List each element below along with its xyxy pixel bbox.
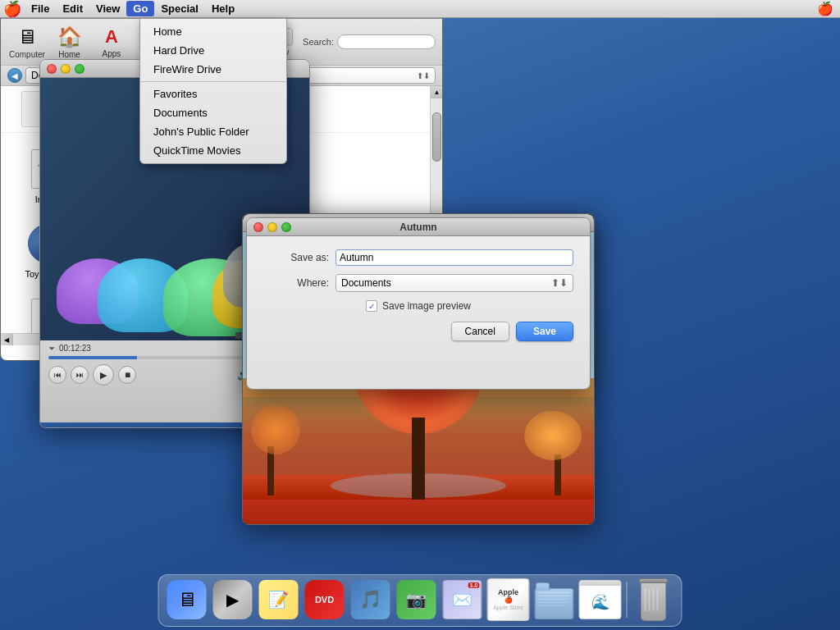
- qt-rewind-btn[interactable]: ⏮: [48, 366, 66, 384]
- dock-item-mail[interactable]: ✉️ 1.0: [441, 578, 484, 621]
- cancel-button[interactable]: Cancel: [451, 322, 509, 341]
- save-as-label: Save as:: [263, 252, 329, 263]
- go-menu-johns-folder[interactable]: John's Public Folder: [140, 122, 286, 141]
- qt-play-btn[interactable]: ▶: [93, 364, 114, 386]
- scrollbar-thumb[interactable]: [432, 112, 441, 162]
- save-maximize-btn[interactable]: [281, 222, 291, 232]
- qt-minimize-btn[interactable]: [61, 64, 71, 74]
- home-label: Home: [58, 50, 80, 59]
- save-dialog-buttons: Cancel Save: [263, 322, 573, 341]
- save-dialog: Autumn Save as: Where: Documents ⬆⬇ ✓ Sa…: [246, 217, 591, 390]
- save-titlebar: Autumn: [247, 218, 590, 236]
- menu-edit[interactable]: Edit: [56, 1, 89, 16]
- save-dialog-body: Save as: Where: Documents ⬆⬇ ✓ Save imag…: [247, 236, 590, 354]
- dropdown-separator-1: [140, 81, 286, 82]
- menu-file[interactable]: File: [25, 1, 56, 16]
- autumn-bg-canopy-1: [251, 405, 300, 454]
- save-close-btn[interactable]: [253, 222, 263, 232]
- save-dialog-title: Autumn: [399, 221, 436, 233]
- dock-item-finder[interactable]: 🖥: [166, 578, 208, 621]
- save-preview-row: ✓ Save image preview: [263, 300, 573, 312]
- sound-dock-icon: 🎵: [359, 589, 381, 610]
- go-menu-documents[interactable]: Documents: [140, 103, 286, 122]
- where-row: Where: Documents ⬆⬇: [263, 274, 573, 292]
- menu-go[interactable]: Go: [126, 1, 154, 16]
- where-label: Where:: [263, 277, 329, 289]
- qt-close-btn[interactable]: [47, 64, 57, 74]
- computer-icon: 🖥: [17, 25, 37, 48]
- dock-item-dvd[interactable]: DVD: [304, 578, 346, 621]
- autumn-bg-tree-2: [555, 454, 561, 495]
- go-menu-favorites[interactable]: Favorites: [140, 84, 286, 103]
- save-minimize-btn[interactable]: [267, 222, 277, 232]
- computer-label: Computer: [9, 50, 45, 59]
- dock-item-iphoto[interactable]: 📷: [395, 578, 438, 621]
- dock-item-sound[interactable]: 🎵: [349, 578, 392, 621]
- dock-item-trash[interactable]: [632, 578, 675, 621]
- save-as-row: Save as:: [263, 249, 573, 266]
- path-back-button[interactable]: ◀: [7, 68, 22, 83]
- dock-separator: [627, 582, 628, 618]
- finder-search-area: Search:: [303, 34, 436, 49]
- autumn-tree-trunk: [412, 418, 425, 500]
- home-icon: 🏠: [57, 25, 82, 48]
- save-traffic-lights: [253, 222, 291, 232]
- save-button[interactable]: Save: [516, 322, 573, 341]
- finder-home-btn[interactable]: 🏠 Home: [50, 22, 89, 62]
- dock-item-quicktime[interactable]: ▶: [212, 578, 254, 621]
- apple-logo[interactable]: 🍎: [3, 0, 21, 18]
- where-value: Documents: [341, 277, 391, 289]
- menu-view[interactable]: View: [89, 1, 126, 16]
- finder-computer-btn[interactable]: 🖥 Computer: [7, 22, 47, 62]
- go-menu-quicktime-movies[interactable]: QuickTime Movies: [140, 141, 286, 160]
- menu-help[interactable]: Help: [205, 1, 241, 16]
- menu-special[interactable]: Special: [154, 1, 205, 16]
- dock-item-folder[interactable]: [533, 578, 576, 621]
- menubar: 🍎 File Edit View Go Special Help 🍎: [0, 0, 840, 18]
- apps-label: Apps: [103, 49, 121, 58]
- browser-dock-icon: 🌊: [591, 593, 609, 611]
- scrollbar-up-arrow[interactable]: ▲: [431, 86, 442, 98]
- go-dropdown-menu: Home Hard Drive FireWire Drive Favorites…: [139, 18, 287, 164]
- quicktime-dock-icon: ▶: [226, 590, 239, 609]
- textedit-dock-icon: 📝: [268, 590, 289, 609]
- go-menu-home[interactable]: Home: [140, 22, 286, 41]
- save-as-input[interactable]: [336, 249, 573, 266]
- dock-item-safari[interactable]: 🌊: [579, 578, 622, 621]
- save-preview-checkbox[interactable]: ✓: [366, 300, 377, 312]
- iphoto-dock-icon: 📷: [406, 590, 427, 609]
- save-preview-label: Save image preview: [382, 300, 471, 312]
- search-label: Search:: [303, 37, 334, 47]
- autumn-bg-canopy-2: [524, 411, 582, 460]
- scrollbar-left-arrow[interactable]: ◀: [1, 334, 13, 346]
- where-dropdown-arrow: ⬆⬇: [551, 277, 568, 289]
- go-menu-hard-drive[interactable]: Hard Drive: [140, 41, 286, 60]
- where-dropdown[interactable]: Documents ⬆⬇: [336, 274, 573, 292]
- go-menu-firewire-drive[interactable]: FireWire Drive: [140, 60, 286, 79]
- dock: 🖥 ▶ 📝 DVD 🎵 📷 ✉️ 1.0: [158, 574, 682, 627]
- apps-icon: A: [105, 26, 118, 48]
- finder-dock-icon: 🖥: [177, 588, 197, 611]
- qt-maximize-btn[interactable]: [75, 64, 84, 74]
- path-dropdown-arrow: ⬆⬇: [417, 71, 430, 80]
- search-input[interactable]: [337, 34, 436, 49]
- qt-stop-btn[interactable]: ⏹: [118, 366, 136, 384]
- finder-apps-btn[interactable]: A Apps: [92, 22, 130, 62]
- mail-dock-icon: ✉️: [452, 590, 472, 609]
- qt-prev-btn[interactable]: ⏭: [71, 366, 89, 384]
- dock-item-apple-web[interactable]: Apple 🍎 Apple Store: [487, 578, 530, 621]
- dock-item-textedit[interactable]: 📝: [258, 578, 300, 621]
- dvd-dock-label: DVD: [315, 595, 334, 605]
- qt-traffic-lights: [47, 64, 84, 74]
